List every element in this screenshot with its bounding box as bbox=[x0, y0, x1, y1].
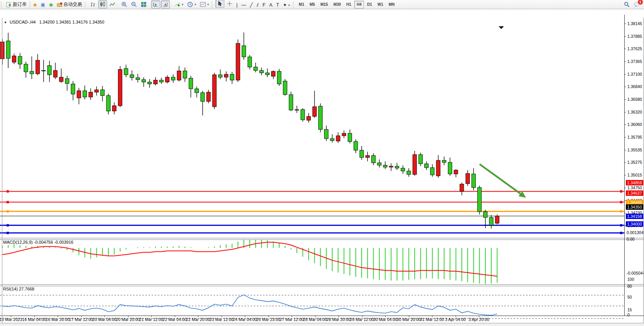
text-button[interactable]: A bbox=[268, 1, 274, 9]
zoom-in-button[interactable] bbox=[120, 0, 129, 8]
arrows-button[interactable]: ✦▾ bbox=[282, 1, 292, 9]
candle-body bbox=[207, 92, 210, 102]
candle-body bbox=[325, 129, 328, 139]
pane-separator[interactable] bbox=[0, 284, 644, 286]
candle-body bbox=[36, 60, 39, 74]
new-order-button[interactable]: 新订单 bbox=[5, 0, 28, 8]
candle-body bbox=[295, 110, 299, 110]
candle-body bbox=[201, 93, 205, 102]
candle-body bbox=[383, 165, 387, 167]
periods-button[interactable]: ▾ bbox=[186, 0, 198, 8]
cursor-button[interactable] bbox=[215, 0, 224, 8]
tile-windows-button[interactable] bbox=[139, 0, 148, 8]
candlestick-chart-button[interactable] bbox=[98, 0, 107, 8]
line-chart-button[interactable] bbox=[108, 0, 117, 8]
chart-shift-marker-icon[interactable] bbox=[499, 26, 504, 29]
candle-body bbox=[112, 106, 116, 111]
dropdown-arrow-icon[interactable]: ▾ bbox=[195, 3, 196, 6]
pane-separator[interactable] bbox=[0, 238, 644, 240]
rsi-indicator-pane[interactable] bbox=[0, 285, 624, 324]
auto-scroll-button[interactable] bbox=[151, 0, 160, 8]
label-button[interactable]: T bbox=[275, 1, 280, 9]
line-handle[interactable] bbox=[620, 190, 622, 193]
timeframe-d1-button[interactable]: D1 bbox=[365, 1, 374, 8]
terminal-window-button[interactable]: ▣ bbox=[39, 0, 46, 8]
timeframe-h4-button[interactable]: H4 bbox=[354, 1, 364, 8]
notifications-button[interactable]: 1 bbox=[632, 0, 641, 8]
timeframe-m15-button[interactable]: M15 bbox=[318, 1, 330, 8]
line-handle[interactable] bbox=[7, 224, 9, 226]
terminal-window-icon: ▣ bbox=[41, 2, 45, 7]
candle-body bbox=[254, 67, 258, 71]
candle-body bbox=[24, 64, 28, 72]
dropdown-arrow-icon[interactable]: ▾ bbox=[182, 3, 183, 6]
candle-body bbox=[95, 90, 99, 92]
timeframe-m1-button[interactable]: M1 bbox=[297, 1, 307, 8]
line-handle[interactable] bbox=[7, 210, 9, 212]
price-chart-pane[interactable] bbox=[0, 26, 624, 238]
candle-body bbox=[371, 156, 375, 163]
toolbar-drag-handle bbox=[1, 2, 3, 8]
line-handle[interactable] bbox=[620, 224, 622, 226]
toolbar-right: 1 bbox=[622, 0, 642, 8]
toolbar-drag-handle bbox=[293, 2, 296, 8]
candle-body bbox=[272, 71, 275, 76]
cursor-icon bbox=[217, 1, 223, 7]
zoom-out-button[interactable] bbox=[130, 0, 138, 8]
timeframe-h1-button[interactable]: H1 bbox=[344, 1, 354, 8]
zoom-out-icon bbox=[131, 2, 137, 7]
candle-body bbox=[165, 77, 169, 82]
line-handle[interactable] bbox=[7, 232, 9, 234]
add-indicator-icon bbox=[174, 2, 180, 7]
candle-body bbox=[354, 141, 358, 150]
candle-body bbox=[230, 74, 234, 80]
timeframe-m30-button[interactable]: M30 bbox=[331, 1, 343, 8]
collapse-triangle-icon: ▼ bbox=[4, 21, 7, 24]
fibonacci-button[interactable]: F bbox=[261, 1, 267, 9]
macd-indicator-pane[interactable] bbox=[0, 239, 624, 284]
channel-button[interactable]: ⫽ bbox=[255, 1, 260, 9]
candle-body bbox=[212, 75, 216, 107]
templates-button[interactable]: ▾ bbox=[198, 0, 210, 8]
candle-body bbox=[101, 90, 104, 95]
tile-windows-icon bbox=[141, 2, 147, 7]
candle-body bbox=[53, 70, 57, 77]
line-handle[interactable] bbox=[620, 210, 622, 212]
crosshair-button[interactable] bbox=[225, 0, 234, 8]
autotrading-button[interactable]: 自动交易 bbox=[55, 0, 84, 8]
candle-body bbox=[342, 133, 346, 136]
horizontal-line-button[interactable]: — bbox=[240, 1, 248, 9]
trend-arrow-shaft[interactable] bbox=[480, 164, 520, 194]
candle-body bbox=[289, 95, 293, 110]
bar-chart-button[interactable] bbox=[89, 0, 97, 8]
candle-body bbox=[171, 77, 175, 80]
charts-stack-button[interactable]: ◆ bbox=[32, 0, 38, 8]
timeframe-m5-button[interactable]: M5 bbox=[307, 1, 318, 8]
new-order-label: 新订单 bbox=[13, 1, 27, 8]
toolbar-separator bbox=[30, 1, 30, 8]
autotrading-label: 自动交易 bbox=[63, 1, 82, 8]
signals-button[interactable]: ◉ bbox=[48, 0, 55, 8]
candle-body bbox=[407, 171, 411, 175]
candle-body bbox=[283, 81, 287, 95]
dropdown-arrow-icon[interactable]: ▾ bbox=[207, 3, 209, 6]
chart-shift-button[interactable] bbox=[161, 0, 170, 8]
line-handle[interactable] bbox=[620, 201, 622, 203]
line-handle[interactable] bbox=[7, 190, 9, 193]
toolbar-chart-buttons: ▾▾▾ bbox=[88, 0, 211, 8]
line-handle[interactable] bbox=[7, 201, 9, 203]
search-button[interactable] bbox=[622, 0, 631, 8]
rsi-label: RSI(14) 27.7668 bbox=[3, 287, 34, 291]
candle-body bbox=[413, 155, 417, 174]
vertical-line-button[interactable]: | bbox=[235, 1, 239, 9]
trendline-button[interactable]: ╱ bbox=[248, 1, 254, 9]
zoom-in-icon bbox=[121, 2, 127, 7]
timeframe-mn-button[interactable]: MN bbox=[386, 1, 397, 8]
candle-body bbox=[336, 136, 340, 141]
timeframe-w1-button[interactable]: W1 bbox=[375, 1, 386, 8]
indicators-button[interactable]: ▾ bbox=[173, 0, 185, 8]
dropdown-arrow-icon[interactable]: ▾ bbox=[289, 3, 290, 7]
candle-body bbox=[454, 170, 458, 174]
line-handle[interactable] bbox=[620, 232, 622, 234]
main-toolbar: 新订单 ◆▣◉ 自动交易 ▾▾▾ |—╱⫽FAT✦▾ M1M5M15M30H1H… bbox=[0, 0, 644, 9]
